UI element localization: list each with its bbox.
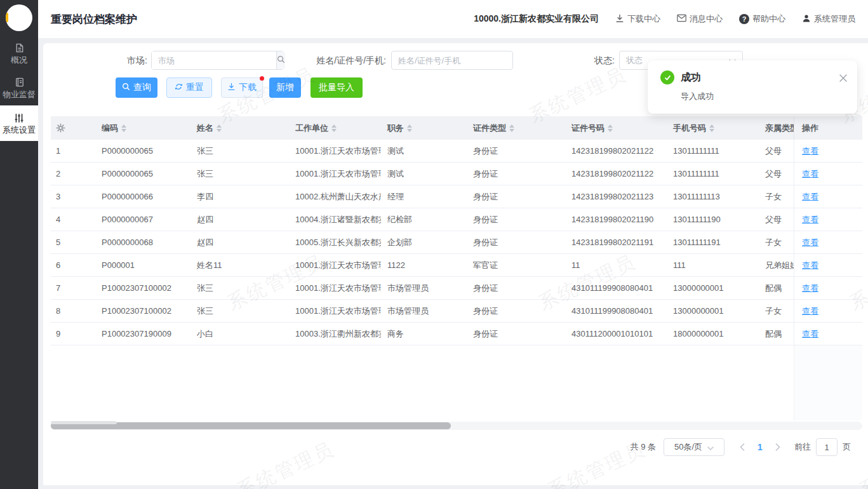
cell-title: 经理 [381, 185, 467, 208]
refresh-icon [175, 83, 183, 93]
success-check-icon [660, 70, 674, 84]
reset-button-label: 重置 [186, 82, 204, 93]
cell-code: P0000000065 [95, 140, 190, 162]
cell-cert-type: 军官证 [467, 254, 565, 276]
cell-relation: 父母 [759, 163, 794, 185]
pagination: 共 9 条 50条/页 1 前往 页 [631, 438, 851, 456]
cell-cert-no: 11 [565, 254, 667, 276]
view-link[interactable]: 查看 [802, 191, 818, 203]
cell-code: P10002307100002 [95, 300, 190, 322]
sort-caret-icon [217, 124, 222, 132]
table-row: 6 P000001 姓名11 10001.浙江天农市场管理有 1122 军官证 … [51, 254, 862, 277]
prev-page-button[interactable] [733, 438, 751, 456]
batch-import-button[interactable]: 批量导入 [310, 77, 363, 98]
column-header-code[interactable]: 编码 [95, 116, 190, 140]
cell-relation: 兄弟姐妹 [759, 254, 794, 276]
reset-button[interactable]: 重置 [166, 77, 212, 98]
cell-cert-no: 142318199802021122 [565, 163, 667, 185]
query-button[interactable]: 查询 [116, 77, 157, 98]
chevron-down-icon [707, 443, 714, 452]
download-center-label: 下载中心 [627, 13, 660, 25]
book-icon [14, 76, 25, 87]
table-row: 7 P10002307100002 张三 10001.浙江天农市场管理有 市场管… [51, 277, 862, 300]
download-center-link[interactable]: 下载中心 [615, 13, 660, 25]
cell-cert-no: 430111200001010101 [565, 323, 667, 345]
column-header-cert-no[interactable]: 证件号码 [565, 116, 667, 140]
market-label: 市场: [102, 51, 147, 70]
cell-relation: 子女 [759, 300, 794, 322]
cell-title: 1122 [381, 254, 467, 276]
cell-relation: 子女 [759, 231, 794, 253]
cell-unit: 10003.浙江衢州新农都实业 [289, 323, 381, 345]
view-link[interactable]: 查看 [802, 145, 818, 157]
cell-phone: 13011111111 [667, 163, 759, 185]
download-button[interactable]: 下载 [221, 77, 263, 98]
view-link[interactable]: 查看 [802, 260, 818, 271]
close-icon[interactable] [839, 73, 847, 84]
message-center-link[interactable]: 消息中心 [677, 13, 723, 25]
row-index: 2 [51, 163, 95, 185]
sort-caret-icon [608, 124, 613, 132]
row-index: 1 [51, 140, 95, 162]
user-icon [802, 14, 811, 25]
table-row: 3 P0000000066 李四 10002.杭州萧山天农水产市 经理 身份证 … [51, 185, 862, 208]
status-select-value: 状态 [626, 55, 643, 66]
row-index: 8 [51, 300, 95, 322]
status-label: 状态: [571, 51, 615, 70]
column-header-action: 操作 [794, 116, 862, 140]
cell-name: 张三 [190, 140, 289, 162]
sidebar-item-overview[interactable]: 概况 [0, 39, 38, 65]
column-header-cert-type[interactable]: 证件类型 [467, 116, 565, 140]
cell-unit: 10001.浙江天农市场管理有 [289, 300, 381, 322]
page-number-1[interactable]: 1 [751, 442, 769, 452]
keyword-input[interactable] [391, 51, 513, 70]
sort-caret-icon [709, 124, 714, 132]
view-link[interactable]: 查看 [802, 237, 818, 248]
page-size-select[interactable]: 50条/页 [664, 438, 724, 456]
current-user[interactable]: 系统管理员 [802, 13, 855, 25]
topbar-right: 10000.浙江新农都实业有限公司 下载中心 消息中心 ? [474, 13, 855, 25]
cell-unit: 10004.浙江诸暨新农都实业 [289, 208, 381, 231]
market-search-button[interactable] [276, 51, 285, 69]
sort-caret-icon [407, 124, 412, 132]
view-link[interactable]: 查看 [802, 168, 818, 180]
sort-caret-icon [509, 124, 514, 132]
column-header-phone[interactable]: 手机号码 [667, 116, 759, 140]
goto-page-input[interactable] [816, 438, 838, 456]
column-settings-gear-icon[interactable] [51, 116, 95, 140]
cell-code: P0000000067 [95, 208, 190, 231]
cell-cert-no: 431011199908080401 [565, 300, 667, 322]
column-header-unit[interactable]: 工作单位 [289, 116, 381, 140]
sidebar-item-label: 物业监督 [0, 90, 38, 100]
column-header-relation[interactable]: 亲属类型 [759, 116, 794, 140]
view-link[interactable]: 查看 [802, 283, 818, 294]
cell-cert-type: 身份证 [467, 185, 565, 208]
keyword-input-wrap [391, 51, 513, 70]
cell-code: P10002307190009 [95, 323, 190, 345]
view-link[interactable]: 查看 [802, 214, 818, 225]
cell-relation: 父母 [759, 140, 794, 162]
add-button[interactable]: 新增 [269, 77, 301, 98]
market-input[interactable] [152, 51, 276, 69]
table-row: 9 P10002307190009 小白 10003.浙江衢州新农都实业 商务 … [51, 323, 862, 345]
help-center-link[interactable]: ? 帮助中心 [739, 13, 785, 25]
view-link[interactable]: 查看 [802, 328, 818, 340]
column-header-name[interactable]: 姓名 [190, 116, 289, 140]
table-row: 8 P10002307100002 张三 10001.浙江天农市场管理有 市场管… [51, 300, 862, 323]
company-name[interactable]: 10000.浙江新农都实业有限公司 [474, 13, 599, 25]
cell-unit: 10001.浙江天农市场管理有 [289, 277, 381, 299]
view-link[interactable]: 查看 [802, 305, 818, 317]
cell-title: 测试 [381, 163, 467, 185]
doc-icon [14, 42, 25, 53]
row-index: 9 [51, 323, 95, 345]
records-table: 编码 姓名 工作单位 职务 证件类型 证件号码 手机号码 亲属类型 操作 1 P… [51, 116, 862, 345]
next-page-button[interactable] [769, 438, 787, 456]
search-icon [277, 55, 285, 66]
sidebar-item-property-supervision[interactable]: 物业监督 [0, 74, 38, 100]
sidebar-item-system-settings[interactable]: 系统设置 [0, 105, 38, 141]
cell-phone: 18000000001 [667, 323, 759, 345]
cell-phone: 13000000001 [667, 277, 759, 299]
toast-message: 导入成功 [681, 91, 845, 102]
cell-name: 张三 [190, 300, 289, 322]
column-header-title[interactable]: 职务 [381, 116, 467, 140]
